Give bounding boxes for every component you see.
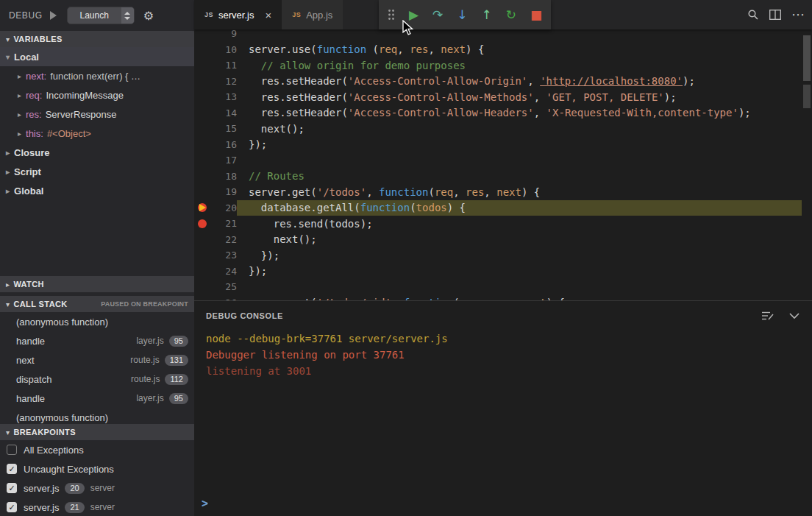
code-text: next(); <box>237 232 802 248</box>
gear-icon[interactable]: ⚙ <box>143 9 154 23</box>
glyph-margin[interactable] <box>194 232 210 248</box>
console-actions <box>761 310 800 322</box>
code-token: ) { <box>466 43 484 55</box>
glyph-margin[interactable] <box>194 216 210 232</box>
glyph-margin[interactable] <box>194 247 210 264</box>
glyph-margin[interactable] <box>194 295 210 301</box>
glyph-margin[interactable] <box>194 184 210 200</box>
close-icon[interactable]: × <box>265 9 271 21</box>
scope-row[interactable]: ▸Global <box>0 181 194 200</box>
breakpoint-label: Uncaught Exceptions <box>24 464 114 475</box>
code-token: next(); <box>249 123 304 135</box>
breakpoint-checkbox[interactable]: ✓ <box>7 483 17 493</box>
frame-file: route.js <box>131 374 160 384</box>
search-icon[interactable] <box>747 9 759 21</box>
breakpoint-row[interactable]: ✓server.js20server <box>0 478 194 498</box>
restart-button[interactable]: ↻ <box>506 9 516 21</box>
glyph-margin[interactable] <box>194 264 210 280</box>
glyph-margin[interactable] <box>194 121 210 137</box>
clear-console-icon[interactable] <box>761 310 774 322</box>
line-number: 24 <box>210 266 237 277</box>
tab-server-js[interactable]: JSserver.js× <box>194 0 282 29</box>
stack-frame-row[interactable]: dispatchroute.js112 <box>0 370 194 389</box>
watch-section-header[interactable]: ▸ WATCH <box>0 276 194 292</box>
scope-row[interactable]: ▸Script <box>0 162 194 181</box>
chevron-down-icon[interactable] <box>788 311 800 320</box>
stack-frame-row[interactable]: (anonymous function) <box>0 312 194 331</box>
code-token: ); <box>664 91 677 103</box>
scope-row[interactable]: ▸Closure <box>0 143 194 162</box>
glyph-margin[interactable] <box>194 105 210 121</box>
glyph-margin[interactable] <box>194 42 210 58</box>
stack-frame-row[interactable]: (anonymous function) <box>0 408 194 424</box>
code-token: }); <box>249 250 279 261</box>
debug-console-header: DEBUG CONSOLE <box>194 301 812 331</box>
console-input-row[interactable]: > <box>199 495 804 512</box>
line-number: 17 <box>210 155 237 166</box>
frame-name: (anonymous function) <box>16 412 188 423</box>
breakpoint-row[interactable]: ✓server.js21server <box>0 498 194 516</box>
start-debug-icon[interactable] <box>50 11 57 20</box>
breakpoint-checkbox[interactable]: ✓ <box>7 502 17 512</box>
glyph-margin[interactable] <box>194 57 210 74</box>
breakpoint-checkbox[interactable]: ✓ <box>7 445 17 455</box>
glyph-margin[interactable] <box>194 169 210 185</box>
code-line: 19server.get('/todos', function(req, res… <box>194 184 802 200</box>
tab-label: server.js <box>218 10 254 21</box>
variable-value: #<Object> <box>47 128 91 139</box>
code-token: 'Access-Control-Allow-Origin' <box>348 75 527 87</box>
stop-button[interactable]: ■ <box>530 9 542 21</box>
frame-line-badge: 95 <box>169 336 188 347</box>
code-editor[interactable]: 910server.use(function (req, res, next) … <box>194 29 812 300</box>
variable-row[interactable]: ▸req:IncomingMessage <box>0 85 194 105</box>
variables-section-header[interactable]: ▾ VARIABLES <box>0 31 194 47</box>
scrollbar-thumb[interactable] <box>803 35 811 81</box>
breakpoint-row[interactable]: ✓All Exceptions <box>0 440 194 459</box>
glyph-margin[interactable] <box>194 152 210 169</box>
glyph-margin[interactable] <box>194 89 210 105</box>
tab-app-js[interactable]: JSApp.js <box>282 0 343 29</box>
step-into-button[interactable]: ↓ <box>457 9 467 21</box>
code-text: server.get('/todos', function(req, res, … <box>237 184 802 200</box>
glyph-margin[interactable] <box>194 29 210 42</box>
step-out-button[interactable]: ↑ <box>482 9 492 21</box>
variable-row[interactable]: ▸next:function next(err) { … <box>0 66 194 85</box>
variable-row[interactable]: ▸this:#<Object> <box>0 124 194 143</box>
breakpoint-checkbox[interactable]: ✓ <box>7 464 17 474</box>
scope-row[interactable]: ▾Local <box>0 47 194 66</box>
glyph-margin[interactable] <box>194 74 210 90</box>
split-editor-icon[interactable] <box>769 10 781 20</box>
stack-frame-row[interactable]: handlelayer.js95 <box>0 389 194 408</box>
drag-handle-icon[interactable] <box>388 9 395 21</box>
code-line: 9 <box>194 29 802 42</box>
stack-frame-row[interactable]: nextroute.js131 <box>0 350 194 370</box>
line-number: 18 <box>210 171 237 182</box>
code-token: ) { <box>521 186 540 198</box>
frame-file: route.js <box>130 355 159 365</box>
glyph-margin[interactable] <box>194 137 210 153</box>
scope-name: Global <box>14 185 43 197</box>
code-token: req <box>379 43 397 55</box>
variables-header-label: VARIABLES <box>13 35 62 43</box>
glyph-margin[interactable] <box>194 279 210 295</box>
launch-config-dropdown[interactable]: Launch <box>67 7 135 24</box>
breakpoint-label: All Exceptions <box>24 445 84 456</box>
step-over-button[interactable]: ↷ <box>432 9 443 21</box>
code-text: res.setHeader('Access-Control-Allow-Orig… <box>237 74 802 90</box>
stack-frame-row[interactable]: handlelayer.js95 <box>0 331 194 350</box>
chevron-down-icon: ▾ <box>6 300 10 308</box>
more-actions-icon[interactable]: ⋯ <box>791 11 805 18</box>
continue-button[interactable]: ▶ <box>409 9 419 21</box>
variable-value: function next(err) { … <box>50 71 140 82</box>
frame-line-badge: 95 <box>169 393 188 404</box>
breakpoints-list: ✓All Exceptions✓Uncaught Exceptions✓serv… <box>0 440 194 516</box>
breakpoint-row[interactable]: ✓Uncaught Exceptions <box>0 459 194 478</box>
code-token: , <box>366 186 379 198</box>
chevron-right-icon: ▸ <box>18 91 21 99</box>
editor-scrollbar[interactable] <box>802 29 812 300</box>
variable-row[interactable]: ▸res:ServerResponse <box>0 105 194 124</box>
glyph-margin[interactable] <box>194 200 210 216</box>
callstack-section-header[interactable]: ▾ CALL STACK PAUSED ON BREAKPOINT <box>0 296 194 312</box>
code-token: , <box>534 107 546 119</box>
breakpoints-section-header[interactable]: ▾ BREAKPOINTS <box>0 424 194 440</box>
